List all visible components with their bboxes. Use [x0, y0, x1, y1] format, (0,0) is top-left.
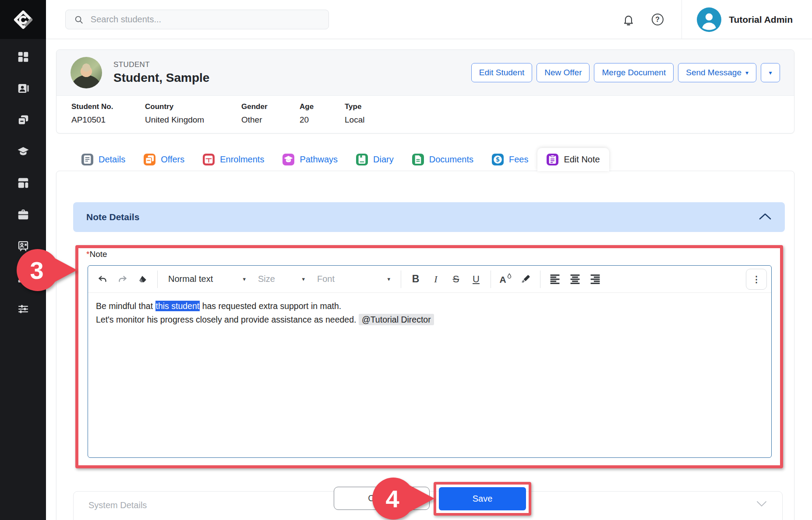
text-color-button[interactable]: A	[495, 269, 515, 289]
search-icon	[73, 13, 85, 26]
droplet-icon	[507, 273, 512, 279]
more-actions-button[interactable]: ▾	[761, 63, 780, 82]
chevron-down-icon: ▾	[302, 276, 305, 282]
student-field-age: Age20	[300, 102, 345, 125]
new-offer-button[interactable]: New Offer	[537, 63, 590, 82]
edit-student-button[interactable]: Edit Student	[471, 63, 533, 82]
tab-offers[interactable]: Offers	[134, 148, 194, 171]
sidebar-item-network[interactable]	[14, 271, 33, 284]
contacts-icon	[17, 82, 30, 95]
toolbar-divider	[540, 271, 540, 288]
send-message-button[interactable]: Send Message▾	[678, 63, 756, 82]
merge-document-button[interactable]: Merge Document	[594, 63, 674, 82]
collapse-chevron-down-icon[interactable]	[756, 500, 767, 509]
note-editor-content[interactable]: Be mindful that this student has request…	[88, 293, 771, 457]
font-size-select[interactable]: Size ▾	[252, 269, 311, 289]
student-name: Student, Sample	[113, 71, 209, 85]
svg-text:$: $	[496, 156, 500, 163]
sidebar-item-settings-sliders[interactable]	[14, 302, 33, 316]
tab-pathways[interactable]: Pathways	[273, 148, 347, 171]
paragraph-style-select[interactable]: Normal text ▾	[162, 269, 252, 289]
diary-icon	[356, 154, 368, 165]
underline-button[interactable]: U	[466, 269, 486, 289]
student-tabs: DetailsOffersEnrolmentsPathwaysDiaryDocu…	[72, 148, 609, 171]
sidebar	[0, 0, 46, 520]
toolbar-divider	[401, 271, 401, 288]
student-card-header: STUDENT Student, Sample Edit StudentNew …	[56, 50, 794, 96]
tab-details[interactable]: Details	[72, 148, 134, 171]
student-field-student-no: Student No.AP10501	[71, 102, 145, 125]
settings-sliders-icon	[17, 302, 30, 316]
topbar: ? Tutorial Admin	[46, 0, 812, 39]
user-avatar[interactable]	[697, 7, 721, 32]
note-details-title: Note Details	[86, 212, 139, 222]
education-icon	[17, 145, 30, 158]
sidebar-nav	[0, 39, 46, 316]
note-line-1: Be mindful that this student has request…	[96, 299, 763, 313]
tab-enrolments[interactable]: Enrolments	[194, 148, 273, 171]
sidebar-item-presentation[interactable]	[14, 239, 33, 253]
tab-edit-note[interactable]: Edit Note	[537, 148, 609, 171]
student-identity: STUDENT Student, Sample	[113, 60, 209, 85]
fees-icon: $	[492, 154, 504, 165]
help-icon[interactable]: ?	[651, 13, 664, 26]
more-options-kebab-button[interactable]: ⋮	[746, 269, 767, 290]
tab-fees[interactable]: $Fees	[483, 148, 537, 171]
collapse-chevron-up-icon[interactable]	[759, 212, 772, 222]
italic-button[interactable]: I	[426, 269, 446, 289]
note-details-header[interactable]: Note Details	[73, 202, 785, 232]
topbar-right: ? Tutorial Admin	[622, 0, 812, 39]
chevron-down-icon: ▾	[243, 276, 246, 282]
briefcase-icon	[17, 208, 30, 221]
app-logo[interactable]	[0, 0, 46, 39]
strikethrough-button[interactable]: S	[446, 269, 466, 289]
sidebar-item-pages[interactable]	[14, 113, 33, 126]
toolbar-divider	[157, 271, 158, 288]
sidebar-item-layout[interactable]	[14, 176, 33, 190]
toolbar-divider	[491, 271, 491, 288]
align-center-button[interactable]	[565, 269, 585, 289]
note-rich-text-editor: Normal text ▾ Size ▾ Font ▾ B I S U A	[88, 265, 772, 458]
pathways-icon	[282, 154, 294, 165]
sidebar-item-education[interactable]	[14, 145, 33, 158]
enrolments-icon	[203, 154, 215, 165]
student-kicker: STUDENT	[113, 60, 209, 69]
highlighter-button[interactable]	[515, 269, 536, 289]
offers-icon	[144, 154, 155, 165]
align-left-button[interactable]	[545, 269, 565, 289]
presentation-icon	[17, 239, 30, 253]
student-avatar	[71, 57, 102, 88]
edit-note-icon	[547, 154, 558, 165]
note-field-label: *Note	[86, 249, 107, 259]
tab-documents[interactable]: Documents	[403, 148, 483, 171]
search-box[interactable]	[65, 10, 329, 29]
editor-toolbar: Normal text ▾ Size ▾ Font ▾ B I S U A	[88, 266, 771, 293]
cancel-button[interactable]: Cancel	[334, 487, 430, 510]
chevron-down-icon: ▾	[745, 69, 748, 76]
sidebar-item-dashboard[interactable]	[14, 50, 33, 63]
documents-icon	[412, 154, 424, 165]
tab-diary[interactable]: Diary	[347, 148, 403, 171]
system-details-title: System Details	[88, 500, 147, 510]
search-input[interactable]	[91, 14, 321, 25]
app-logo-icon	[11, 8, 35, 32]
sidebar-item-briefcase[interactable]	[14, 208, 33, 221]
topbar-divider	[681, 0, 682, 39]
chevron-down-icon: ▾	[769, 69, 772, 76]
save-button[interactable]: Save	[439, 487, 526, 510]
font-family-select[interactable]: Font ▾	[311, 269, 396, 289]
undo-button[interactable]	[92, 269, 113, 289]
student-actions: Edit StudentNew OfferMerge DocumentSend …	[471, 63, 780, 82]
clear-formatting-eraser-button[interactable]	[133, 269, 153, 289]
user-name[interactable]: Tutorial Admin	[729, 14, 793, 25]
layout-icon	[17, 176, 30, 190]
student-field-type: TypeLocal	[345, 102, 397, 125]
details-icon	[81, 154, 93, 165]
redo-button[interactable]	[113, 269, 133, 289]
sidebar-item-contacts[interactable]	[14, 82, 33, 95]
selected-text: this student	[155, 301, 200, 311]
bold-button[interactable]: B	[406, 269, 426, 289]
notifications-bell-icon[interactable]	[622, 13, 635, 26]
mention-chip: @Tutorial Director	[359, 314, 434, 325]
align-right-button[interactable]	[585, 269, 605, 289]
